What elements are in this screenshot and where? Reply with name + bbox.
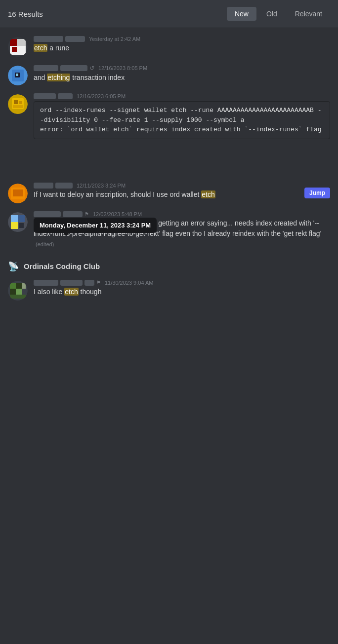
svg-rect-12 bbox=[19, 101, 22, 104]
message-item: Yesterday at 2:42 AM etch a rune bbox=[0, 32, 338, 61]
avatar bbox=[8, 94, 28, 114]
svg-rect-8 bbox=[16, 74, 18, 76]
avatar bbox=[8, 212, 28, 232]
results-list: Yesterday at 2:42 AM etch a rune ↺ bbox=[0, 28, 338, 308]
avatar bbox=[8, 37, 28, 57]
message-content: Yesterday at 2:42 AM etch a rune bbox=[34, 36, 330, 53]
badge-icon: ⚑ bbox=[96, 280, 101, 285]
search-results-header: 16 Results New Old Relevant bbox=[0, 0, 338, 28]
message-text-segment: though bbox=[81, 288, 102, 296]
badge-icon: ⚑ bbox=[84, 211, 89, 217]
results-count: 16 Results bbox=[8, 10, 227, 18]
message-text-segment: a rune bbox=[49, 44, 69, 52]
username-placeholder bbox=[34, 93, 73, 99]
message-meta: 12/16/2023 6:05 PM bbox=[34, 93, 330, 99]
message-text-segment: transaction index bbox=[72, 74, 125, 81]
avatar bbox=[8, 281, 28, 301]
tooltip: Monday, December 11, 2023 3:24 PM bbox=[34, 218, 157, 233]
timestamp: 12/11/2023 3:24 PM bbox=[77, 183, 126, 189]
svg-rect-22 bbox=[19, 223, 24, 228]
highlight-word: etch bbox=[34, 44, 47, 52]
name-block bbox=[58, 93, 73, 99]
svg-rect-28 bbox=[16, 289, 22, 295]
svg-rect-19 bbox=[18, 215, 25, 222]
message-item: ⚑ 11/30/2023 9:04 AM I also like etch th… bbox=[0, 276, 338, 304]
username-placeholder: ⚑ bbox=[34, 211, 89, 217]
section-icon: 📡 bbox=[8, 261, 19, 272]
name-block bbox=[84, 280, 94, 286]
svg-rect-27 bbox=[10, 289, 16, 295]
svg-rect-26 bbox=[22, 283, 26, 289]
name-block bbox=[55, 183, 73, 189]
message-item: ↺ 12/16/2023 8:05 PM and etching transac… bbox=[0, 61, 338, 89]
timestamp: 12/16/2023 6:05 PM bbox=[77, 93, 126, 99]
message-text: If I want to deloy an inscription, shoul… bbox=[34, 189, 300, 200]
avatar bbox=[8, 66, 28, 85]
name-block bbox=[65, 36, 85, 42]
highlight-word: etch bbox=[201, 190, 215, 198]
name-block bbox=[34, 280, 58, 286]
message-content: ⚑ 11/30/2023 9:04 AM I also like etch th… bbox=[34, 280, 330, 297]
code-block: ord --index-runes --signet wallet etch -… bbox=[34, 101, 330, 139]
username-placeholder bbox=[34, 183, 73, 189]
svg-rect-20 bbox=[11, 222, 18, 229]
svg-rect-11 bbox=[14, 100, 18, 104]
svg-rect-2 bbox=[17, 39, 26, 46]
username-placeholder bbox=[34, 36, 85, 42]
svg-rect-4 bbox=[12, 47, 17, 52]
name-block bbox=[34, 36, 63, 42]
tab-new[interactable]: New bbox=[227, 7, 256, 21]
message-text-segment: I also like bbox=[34, 288, 64, 296]
name-block bbox=[63, 211, 83, 217]
section-divider: 📡 Ordinals Coding Club bbox=[0, 253, 338, 276]
timestamp: Yesterday at 2:42 AM bbox=[89, 36, 140, 42]
tab-old[interactable]: Old bbox=[258, 7, 285, 21]
message-content: ↺ 12/16/2023 8:05 PM and etching transac… bbox=[34, 65, 330, 83]
message-meta: ↺ 12/16/2023 8:05 PM bbox=[34, 65, 330, 72]
message-meta: 12/11/2023 3:24 PM bbox=[34, 183, 300, 189]
timestamp: 12/16/2023 8:05 PM bbox=[98, 65, 147, 71]
svg-rect-13 bbox=[13, 105, 23, 108]
message-meta: Yesterday at 2:42 AM bbox=[34, 36, 330, 42]
svg-rect-16 bbox=[13, 189, 23, 196]
message-text: etch a rune bbox=[34, 43, 330, 53]
username-placeholder: ↺ bbox=[34, 65, 94, 72]
sort-tabs: New Old Relevant bbox=[227, 7, 330, 21]
highlight-word: etching bbox=[47, 74, 70, 81]
svg-rect-18 bbox=[11, 215, 18, 222]
message-item: 12/16/2023 6:05 PM ord --index-runes --s… bbox=[0, 89, 338, 179]
message-text: I also like etch though bbox=[34, 287, 330, 297]
message-text-segment: If I want to deloy an inscription, shoul… bbox=[34, 190, 201, 198]
icon-refresh: ↺ bbox=[89, 65, 94, 72]
message-text: and etching transaction index bbox=[34, 73, 330, 83]
tab-relevant[interactable]: Relevant bbox=[287, 7, 330, 21]
name-block bbox=[60, 280, 83, 286]
name-block bbox=[34, 183, 53, 189]
message-item: 12/11/2023 3:24 PM If I want to deloy an… bbox=[0, 179, 338, 207]
section-label: Ordinals Coding Club bbox=[24, 262, 100, 270]
svg-rect-29 bbox=[10, 295, 26, 299]
message-meta: ⚑ 12/02/2023 5:48 PM bbox=[34, 211, 330, 217]
edited-label: (edited) bbox=[36, 241, 54, 247]
message-meta: ⚑ 11/30/2023 9:04 AM bbox=[34, 280, 330, 286]
message-content: 12/11/2023 3:24 PM If I want to deloy an… bbox=[34, 183, 330, 200]
avatar bbox=[8, 184, 28, 203]
name-block bbox=[34, 211, 61, 217]
timestamp: 12/02/2023 5:48 PM bbox=[93, 211, 142, 217]
message-content: 12/16/2023 6:05 PM ord --index-runes --s… bbox=[34, 93, 330, 139]
svg-rect-24 bbox=[10, 283, 16, 289]
svg-rect-1 bbox=[10, 39, 17, 46]
jump-button[interactable]: Jump bbox=[304, 188, 330, 198]
name-block bbox=[60, 65, 87, 71]
username-placeholder: ⚑ bbox=[34, 280, 101, 286]
timestamp: 11/30/2023 9:04 AM bbox=[105, 280, 153, 286]
name-block bbox=[34, 65, 58, 71]
highlight-word: etch bbox=[64, 288, 78, 296]
name-block bbox=[34, 93, 56, 99]
message-text-segment: and bbox=[34, 74, 47, 81]
svg-rect-25 bbox=[16, 283, 22, 289]
